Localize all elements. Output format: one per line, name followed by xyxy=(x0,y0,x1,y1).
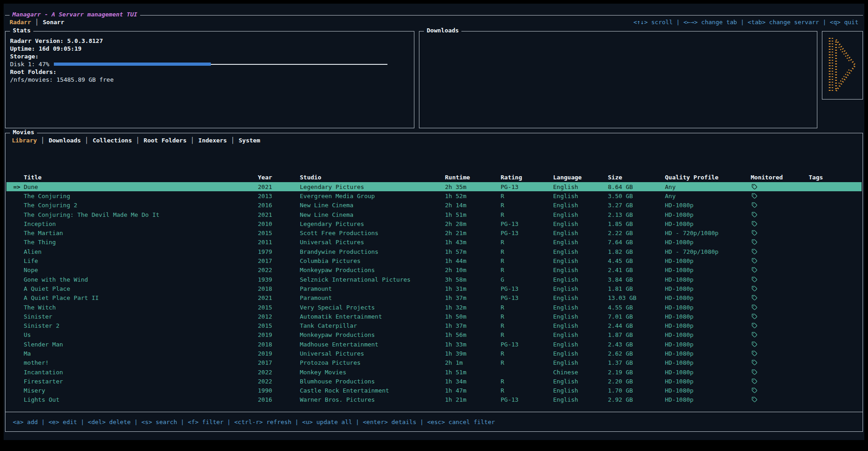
cell-rating: PG-13 xyxy=(497,341,549,348)
tab-separator: │ xyxy=(187,137,199,144)
servarr-tab-sonarr[interactable]: Sonarr xyxy=(43,19,64,26)
table-row[interactable]: The Martian2015Scott Free Productions2h … xyxy=(6,228,862,237)
cell-year: 2017 xyxy=(254,359,296,366)
disk-gauge-rest xyxy=(211,64,387,65)
disk-gauge-row: Disk 1: 47% xyxy=(10,60,409,68)
table-row[interactable]: Alien1979Brandywine Productions1h 57mREn… xyxy=(6,247,862,256)
cell-runtime: 1h 57m xyxy=(441,248,497,255)
table-row[interactable]: Misery1990Castle Rock Entertainment1h 47… xyxy=(6,386,862,395)
cell-monitored xyxy=(747,323,805,329)
cell-year: 2016 xyxy=(254,202,296,209)
cell-studio: Evergreen Media Group xyxy=(296,193,441,199)
cell-size: 7.01 GB xyxy=(604,313,661,320)
monitored-icon xyxy=(752,249,758,255)
movies-tab-collections[interactable]: Collections xyxy=(93,137,132,144)
cell-runtime: 1h 37m xyxy=(441,294,497,301)
monitored-icon xyxy=(752,230,758,236)
cell-title: Incantation xyxy=(20,369,254,376)
table-row[interactable]: mother!2017Protozoa Pictures2h 1mREnglis… xyxy=(6,358,862,367)
cell-monitored xyxy=(747,360,805,366)
movies-tab-indexers[interactable]: Indexers xyxy=(199,137,227,144)
radarr-version-value: 5.0.3.8127 xyxy=(67,37,103,44)
cell-language: English xyxy=(549,276,604,283)
table-row[interactable]: The Conjuring2013Evergreen Media Group1h… xyxy=(6,191,862,200)
cell-runtime: 1h 31m xyxy=(441,285,497,292)
cell-title: The Conjuring 2 xyxy=(20,202,254,209)
column-header-rating: Rating xyxy=(497,174,549,181)
cell-quality-profile: HD-1080p xyxy=(661,304,747,311)
cell-monitored xyxy=(747,397,805,403)
table-row[interactable]: Firestarter2022Blumhouse Productions1h 3… xyxy=(6,377,862,386)
cell-title: Inception xyxy=(20,220,254,227)
table-row[interactable]: Sinister 22015Tank Caterpillar1h 37mREng… xyxy=(6,321,862,330)
table-row[interactable]: The Thing2011Universal Pictures1h 43mREn… xyxy=(6,238,862,247)
cell-runtime: 1h 39m xyxy=(441,350,497,357)
movies-tab-system[interactable]: System xyxy=(239,137,260,144)
cell-size: 13.03 GB xyxy=(604,294,661,301)
cell-runtime: 1h 33m xyxy=(441,341,497,348)
movies-tab-library[interactable]: Library xyxy=(12,137,37,144)
cell-monitored xyxy=(747,369,805,375)
monitored-icon xyxy=(752,304,758,310)
cell-studio: Madhouse Entertainment xyxy=(296,341,441,348)
cell-quality-profile: HD-1080p xyxy=(661,220,747,227)
cell-year: 1979 xyxy=(254,248,296,255)
movies-panel-title: Movies xyxy=(10,129,37,136)
monitored-icon xyxy=(752,184,758,190)
cell-size: 2.44 GB xyxy=(604,322,661,329)
table-row[interactable]: The Conjuring: The Devil Made Me Do It20… xyxy=(6,210,862,219)
cell-title: Gone with the Wind xyxy=(20,276,254,283)
movies-tab-root-folders[interactable]: Root Folders xyxy=(144,137,187,144)
storage-label: Storage: xyxy=(10,52,409,60)
cell-rating: R xyxy=(497,202,549,209)
table-row[interactable]: Inception2010Legendary Pictures2h 28mPG-… xyxy=(6,219,862,228)
cell-language: English xyxy=(549,294,604,301)
cell-studio: Monkey Movies xyxy=(296,369,441,376)
movies-tab-downloads[interactable]: Downloads xyxy=(49,137,81,144)
cell-rating: PG-13 xyxy=(497,230,549,236)
table-row[interactable]: Life2017Columbia Pictures1h 44mREnglish4… xyxy=(6,256,862,265)
table-row[interactable]: Slender Man2018Madhouse Entertainment1h … xyxy=(6,340,862,349)
cell-monitored xyxy=(747,267,805,273)
column-header-runtime: Runtime xyxy=(441,174,497,181)
table-row[interactable]: Gone with the Wind1939Selznick Internati… xyxy=(6,275,862,284)
uptime: Uptime: 16d 09:05:19 xyxy=(10,45,409,52)
cell-language: English xyxy=(549,193,604,199)
cell-size: 2.92 GB xyxy=(604,396,661,403)
cell-runtime: 1h 56m xyxy=(441,331,497,338)
monitored-icon xyxy=(752,221,758,227)
table-row[interactable]: Sinister2012Automatik Entertainment1h 50… xyxy=(6,312,862,321)
table-row[interactable]: The Conjuring 22016New Line Cinema2h 14m… xyxy=(6,201,862,210)
cell-year: 2022 xyxy=(254,378,296,385)
cell-studio: Very Special Projects xyxy=(296,304,441,311)
cell-monitored xyxy=(747,341,805,347)
cell-rating: PG-13 xyxy=(497,396,549,403)
cell-monitored xyxy=(747,388,805,393)
cell-runtime: 1h 51m xyxy=(441,211,497,218)
table-row[interactable]: =>Dune2021Legendary Pictures2h 35mPG-13E… xyxy=(6,182,862,191)
table-row[interactable]: A Quiet Place Part II2021Paramount1h 37m… xyxy=(6,294,862,303)
table-row[interactable]: Incantation2022Monkey Movies1h 51mChines… xyxy=(6,367,862,377)
cell-quality-profile: HD-1080p xyxy=(661,322,747,329)
cell-size: 3.50 GB xyxy=(604,193,661,199)
table-row[interactable]: Nope2022Monkeypaw Productions2h 10mREngl… xyxy=(6,266,862,275)
cell-runtime: 2h 28m xyxy=(441,220,497,227)
table-row[interactable]: A Quiet Place2018Paramount1h 31mPG-13Eng… xyxy=(6,284,862,293)
cell-monitored xyxy=(747,184,805,190)
disk-gauge-fill xyxy=(54,63,211,66)
cell-studio: Columbia Pictures xyxy=(296,257,441,264)
monitored-icon xyxy=(752,295,758,301)
cell-monitored xyxy=(747,239,805,245)
cell-year: 2022 xyxy=(254,267,296,273)
table-row[interactable]: The Witch2015Very Special Projects1h 32m… xyxy=(6,303,862,312)
table-row[interactable]: Lights Out2016Warner Bros. Pictures1h 21… xyxy=(6,395,862,404)
radarr-version-label: Radarr Version: xyxy=(10,37,63,44)
servarr-tab-radarr[interactable]: Radarr xyxy=(10,19,31,26)
table-row[interactable]: Ma2019Universal Pictures1h 39mREnglish2.… xyxy=(6,349,862,358)
table-row[interactable]: Us2019Monkeypaw Productions1h 56mREnglis… xyxy=(6,330,862,340)
cell-monitored xyxy=(747,212,805,218)
cell-quality-profile: HD-1080p xyxy=(661,239,747,246)
cell-quality-profile: HD-1080p xyxy=(661,350,747,357)
managarr-logo xyxy=(826,35,859,95)
cell-studio: Monkeypaw Productions xyxy=(296,331,441,338)
